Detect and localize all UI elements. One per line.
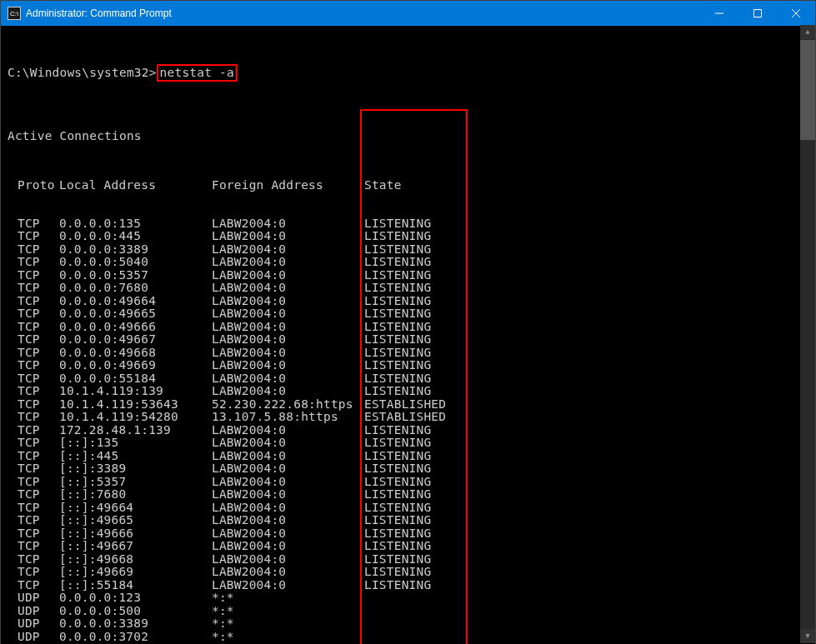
cell-foreign: LABW2004:0 — [212, 579, 364, 592]
cell-state: LISTENING — [364, 243, 458, 257]
terminal-output[interactable]: C:\Windows\system32>netstat -a Active Co… — [1, 26, 815, 644]
cell-local: 0.0.0.0:3389 — [59, 243, 212, 257]
minimize-button[interactable] — [700, 1, 738, 26]
window-title: Administrator: Command Prompt — [26, 7, 172, 19]
cell-state: LISTENING — [364, 372, 458, 386]
cell-local: [::]:5357 — [59, 476, 212, 489]
header-foreign: Foreign Address — [212, 179, 364, 192]
cell-state: LISTENING — [364, 462, 458, 476]
cell-foreign: LABW2004:0 — [212, 307, 364, 321]
scroll-thumb[interactable] — [800, 40, 815, 140]
cell-local: [::]:135 — [59, 437, 212, 450]
cell-proto: TCP — [8, 411, 59, 424]
connection-row: TCP[::]:55184LABW2004:0LISTENING — [8, 579, 813, 592]
scroll-down-arrow[interactable]: ▼ — [800, 629, 815, 643]
cell-state: LISTENING — [364, 307, 458, 321]
titlebar-controls — [700, 1, 815, 26]
cell-foreign: *:* — [212, 592, 364, 605]
cell-local: 0.0.0.0:5357 — [59, 269, 212, 282]
cell-foreign: LABW2004:0 — [212, 437, 364, 450]
connection-row: UDP0.0.0.0:123*:* — [8, 592, 813, 605]
close-button[interactable] — [777, 1, 815, 26]
cell-foreign: LABW2004:0 — [212, 230, 364, 243]
cell-local: 0.0.0.0:445 — [59, 230, 212, 243]
connection-rows: TCP0.0.0.0:135LABW2004:0LISTENINGTCP0.0.… — [8, 217, 813, 645]
connection-row: TCP[::]:49669LABW2004:0LISTENING — [8, 566, 813, 579]
connection-row: TCP0.0.0.0:49669LABW2004:0LISTENING — [8, 359, 813, 372]
scroll-up-arrow[interactable]: ▲ — [800, 25, 815, 39]
cell-local: 0.0.0.0:5040 — [59, 256, 212, 269]
cell-local: 0.0.0.0:49669 — [59, 359, 212, 372]
cell-state: LISTENING — [364, 295, 458, 308]
connection-row: UDP0.0.0.0:3702*:* — [8, 631, 813, 644]
cell-foreign: LABW2004:0 — [212, 372, 364, 386]
cell-local: [::]:49668 — [59, 553, 212, 567]
cell-foreign: LABW2004:0 — [212, 321, 364, 334]
connection-row: TCP[::]:445LABW2004:0LISTENING — [8, 450, 813, 463]
cell-state: LISTENING — [364, 282, 458, 295]
cell-state: LISTENING — [364, 424, 458, 437]
connection-row: TCP[::]:49664LABW2004:0LISTENING — [8, 502, 813, 515]
cell-state: ESTABLISHED — [364, 411, 458, 424]
header-local: Local Address — [59, 179, 212, 192]
cell-state: LISTENING — [364, 579, 458, 592]
cell-local: 0.0.0.0:49667 — [59, 333, 212, 347]
connection-row: TCP0.0.0.0:49665LABW2004:0LISTENING — [8, 307, 813, 321]
connection-row: UDP0.0.0.0:500*:* — [8, 605, 813, 618]
cell-local: 0.0.0.0:123 — [59, 592, 212, 605]
cell-local: 0.0.0.0:3389 — [59, 617, 212, 631]
cell-proto: TCP — [8, 282, 59, 295]
scrollbar[interactable]: ▲ ▼ — [800, 25, 815, 643]
cell-proto: TCP — [8, 566, 59, 579]
cell-foreign: LABW2004:0 — [212, 217, 364, 231]
connection-row: TCP0.0.0.0:5357LABW2004:0LISTENING — [8, 269, 813, 282]
cell-local: 0.0.0.0:135 — [59, 217, 212, 231]
cell-state: LISTENING — [364, 230, 458, 243]
cell-foreign: LABW2004:0 — [212, 566, 364, 579]
titlebar[interactable]: C:\ Administrator: Command Prompt — [1, 1, 815, 26]
connection-row: UDP0.0.0.0:3389*:* — [8, 617, 813, 631]
cell-local: 10.1.4.119:139 — [59, 385, 212, 398]
cell-local: 10.1.4.119:54280 — [59, 411, 212, 424]
cell-foreign: LABW2004:0 — [212, 243, 364, 257]
cell-proto: TCP — [8, 359, 59, 372]
connection-row: TCP0.0.0.0:49668LABW2004:0LISTENING — [8, 347, 813, 360]
connection-row: TCP[::]:7680LABW2004:0LISTENING — [8, 488, 813, 502]
cell-local: [::]:49667 — [59, 540, 212, 553]
cell-proto: TCP — [8, 424, 59, 437]
cell-proto: TCP — [8, 502, 59, 515]
cell-proto: TCP — [8, 347, 59, 360]
cell-foreign: LABW2004:0 — [212, 540, 364, 553]
cell-state: LISTENING — [364, 437, 458, 450]
cell-state: LISTENING — [364, 502, 458, 515]
cell-local: [::]:445 — [59, 450, 212, 463]
cell-local: [::]:49664 — [59, 502, 212, 515]
cell-local: [::]:49665 — [59, 514, 212, 527]
connection-row: TCP0.0.0.0:7680LABW2004:0LISTENING — [8, 282, 813, 295]
cell-state: LISTENING — [364, 476, 458, 489]
cell-proto: TCP — [8, 398, 59, 412]
connection-row: TCP0.0.0.0:445LABW2004:0LISTENING — [8, 230, 813, 243]
cell-state: LISTENING — [364, 269, 458, 282]
cell-local: [::]:3389 — [59, 462, 212, 476]
connection-row: TCP[::]:3389LABW2004:0LISTENING — [8, 462, 813, 476]
cell-proto: TCP — [8, 476, 59, 489]
connection-row: TCP0.0.0.0:49666LABW2004:0LISTENING — [8, 321, 813, 334]
cell-local: 0.0.0.0:49668 — [59, 347, 212, 360]
cell-proto: TCP — [8, 230, 59, 243]
cell-foreign: LABW2004:0 — [212, 385, 364, 398]
cmd-icon: C:\ — [8, 7, 21, 20]
maximize-button[interactable] — [738, 1, 777, 26]
cell-local: [::]:49669 — [59, 566, 212, 579]
cell-local: 0.0.0.0:7680 — [59, 282, 212, 295]
connection-row: TCP10.1.4.119:139LABW2004:0LISTENING — [8, 385, 813, 398]
header-state: State — [364, 179, 458, 192]
titlebar-left: C:\ Administrator: Command Prompt — [1, 7, 172, 20]
cell-proto: TCP — [8, 372, 59, 386]
cell-state: LISTENING — [364, 333, 458, 347]
cell-foreign: LABW2004:0 — [212, 269, 364, 282]
connection-row: TCP[::]:135LABW2004:0LISTENING — [8, 437, 813, 450]
cell-proto: TCP — [8, 256, 59, 269]
cell-proto: TCP — [8, 553, 59, 567]
cell-foreign: LABW2004:0 — [212, 502, 364, 515]
